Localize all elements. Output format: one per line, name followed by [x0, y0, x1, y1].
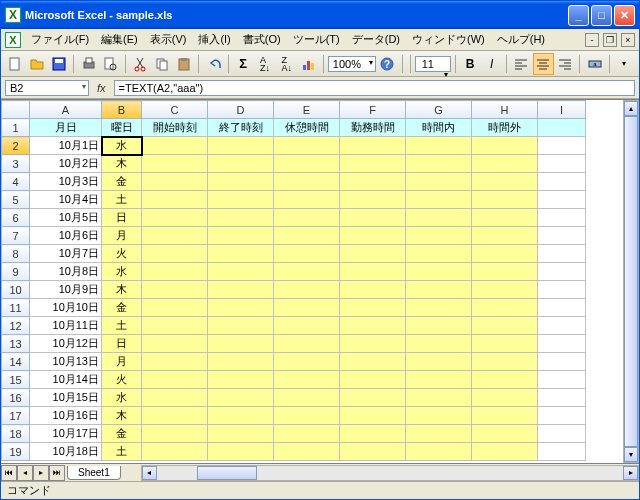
cell-B1[interactable]: 曜日: [102, 119, 142, 137]
cell-E18[interactable]: [274, 425, 340, 443]
cell-C11[interactable]: [142, 299, 208, 317]
tab-last-icon[interactable]: ⏭: [49, 465, 65, 481]
cell-C7[interactable]: [142, 227, 208, 245]
cell-D17[interactable]: [208, 407, 274, 425]
cell-F15[interactable]: [340, 371, 406, 389]
cell-H7[interactable]: [472, 227, 538, 245]
cell-C13[interactable]: [142, 335, 208, 353]
cell-E2[interactable]: [274, 137, 340, 155]
cell-D11[interactable]: [208, 299, 274, 317]
row-header[interactable]: 1: [2, 119, 30, 137]
cell-C6[interactable]: [142, 209, 208, 227]
tab-prev-icon[interactable]: ◂: [17, 465, 33, 481]
tab-first-icon[interactable]: ⏮: [1, 465, 17, 481]
undo-icon[interactable]: [203, 53, 224, 75]
cell-I8[interactable]: [538, 245, 586, 263]
select-all-corner[interactable]: [2, 101, 30, 119]
cell-G5[interactable]: [406, 191, 472, 209]
sort-desc-icon[interactable]: ZA↓: [276, 53, 297, 75]
cell-I3[interactable]: [538, 155, 586, 173]
copy-icon[interactable]: [152, 53, 173, 75]
cell-H6[interactable]: [472, 209, 538, 227]
cell-B13[interactable]: 日: [102, 335, 142, 353]
cell-F10[interactable]: [340, 281, 406, 299]
italic-icon[interactable]: I: [481, 53, 502, 75]
cell-I15[interactable]: [538, 371, 586, 389]
cell-I1[interactable]: [538, 119, 586, 137]
mdi-minimize-button[interactable]: -: [585, 33, 599, 47]
row-header[interactable]: 3: [2, 155, 30, 173]
row-header[interactable]: 2: [2, 137, 30, 155]
cell-A10[interactable]: 10月9日: [30, 281, 102, 299]
row-header[interactable]: 7: [2, 227, 30, 245]
cell-I9[interactable]: [538, 263, 586, 281]
cell-H10[interactable]: [472, 281, 538, 299]
cell-F1[interactable]: 勤務時間: [340, 119, 406, 137]
cell-I18[interactable]: [538, 425, 586, 443]
cell-D1[interactable]: 終了時刻: [208, 119, 274, 137]
zoom-combo[interactable]: 100%: [328, 56, 376, 72]
cell-D13[interactable]: [208, 335, 274, 353]
cell-B3[interactable]: 木: [102, 155, 142, 173]
cell-G17[interactable]: [406, 407, 472, 425]
menu-tools[interactable]: ツール(T): [287, 30, 346, 49]
cell-B8[interactable]: 火: [102, 245, 142, 263]
hscroll-thumb[interactable]: [197, 466, 257, 480]
row-header[interactable]: 14: [2, 353, 30, 371]
close-button[interactable]: ✕: [614, 5, 635, 26]
cell-I7[interactable]: [538, 227, 586, 245]
cell-F5[interactable]: [340, 191, 406, 209]
paste-icon[interactable]: [173, 53, 194, 75]
horizontal-scrollbar[interactable]: ◂ ▸: [141, 465, 639, 481]
mdi-restore-button[interactable]: ❐: [603, 33, 617, 47]
cell-C1[interactable]: 開始時刻: [142, 119, 208, 137]
cell-G1[interactable]: 時間内: [406, 119, 472, 137]
scroll-right-icon[interactable]: ▸: [623, 466, 638, 480]
row-header[interactable]: 16: [2, 389, 30, 407]
cell-I4[interactable]: [538, 173, 586, 191]
col-header-G[interactable]: G: [406, 101, 472, 119]
bold-icon[interactable]: B: [460, 53, 481, 75]
cell-I11[interactable]: [538, 299, 586, 317]
row-header[interactable]: 18: [2, 425, 30, 443]
row-header[interactable]: 17: [2, 407, 30, 425]
cell-G13[interactable]: [406, 335, 472, 353]
cell-D6[interactable]: [208, 209, 274, 227]
row-header[interactable]: 9: [2, 263, 30, 281]
cell-C17[interactable]: [142, 407, 208, 425]
cell-D12[interactable]: [208, 317, 274, 335]
row-header[interactable]: 5: [2, 191, 30, 209]
cell-A1[interactable]: 月日: [30, 119, 102, 137]
cell-D18[interactable]: [208, 425, 274, 443]
cell-G15[interactable]: [406, 371, 472, 389]
cell-B5[interactable]: 土: [102, 191, 142, 209]
cell-F9[interactable]: [340, 263, 406, 281]
cell-E1[interactable]: 休憩時間: [274, 119, 340, 137]
name-box[interactable]: B2: [5, 80, 89, 96]
vscroll-thumb[interactable]: [624, 116, 638, 447]
cell-C8[interactable]: [142, 245, 208, 263]
cell-G4[interactable]: [406, 173, 472, 191]
row-header[interactable]: 6: [2, 209, 30, 227]
spreadsheet-table[interactable]: ABCDEFGHI1月日曜日開始時刻終了時刻休憩時間勤務時間時間内時間外210月…: [1, 100, 586, 461]
cell-B7[interactable]: 月: [102, 227, 142, 245]
cell-C3[interactable]: [142, 155, 208, 173]
cell-F11[interactable]: [340, 299, 406, 317]
autosum-icon[interactable]: Σ: [233, 53, 254, 75]
cell-H9[interactable]: [472, 263, 538, 281]
cell-F2[interactable]: [340, 137, 406, 155]
cell-A15[interactable]: 10月14日: [30, 371, 102, 389]
cell-G18[interactable]: [406, 425, 472, 443]
cell-E16[interactable]: [274, 389, 340, 407]
cell-E6[interactable]: [274, 209, 340, 227]
cell-I12[interactable]: [538, 317, 586, 335]
cell-A18[interactable]: 10月17日: [30, 425, 102, 443]
chart-icon[interactable]: [298, 53, 319, 75]
cell-I5[interactable]: [538, 191, 586, 209]
cell-B18[interactable]: 金: [102, 425, 142, 443]
cell-C9[interactable]: [142, 263, 208, 281]
cell-D2[interactable]: [208, 137, 274, 155]
cell-B9[interactable]: 水: [102, 263, 142, 281]
cell-D19[interactable]: [208, 443, 274, 461]
cell-A4[interactable]: 10月3日: [30, 173, 102, 191]
